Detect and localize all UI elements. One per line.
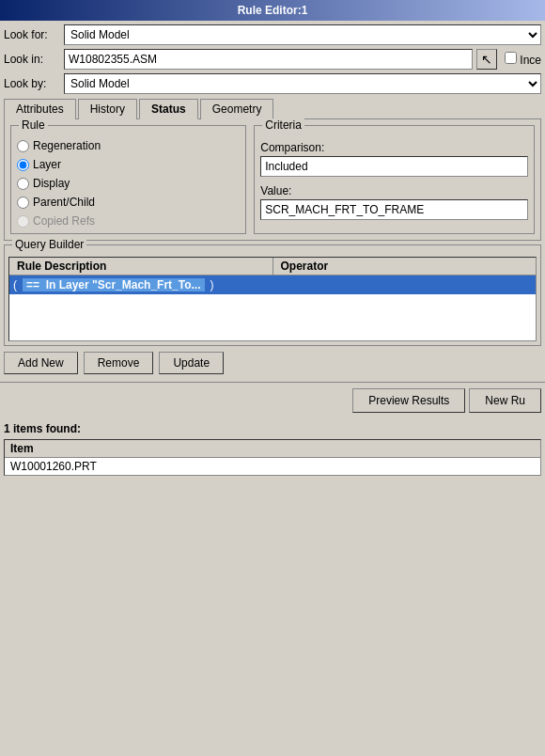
- comparison-text: Included: [265, 160, 307, 173]
- radio-group: Regeneration Layer Display Parent/Child …: [17, 139, 240, 228]
- row-suffix: ): [210, 278, 214, 291]
- row-highlight: == In Layer "Scr_Mach_Frt_To...: [23, 278, 205, 291]
- comparison-value: Included: [260, 156, 528, 177]
- radio-label: Regeneration: [33, 139, 101, 152]
- rule-group-box: Rule Regeneration Layer Display Parent/C…: [10, 125, 246, 234]
- table-header: Rule Description Operator: [9, 258, 536, 276]
- include-checkbox[interactable]: [505, 52, 517, 64]
- add-new-button[interactable]: Add New: [4, 352, 78, 374]
- look-in-row: Look in: W10802355.ASM ↖ Ince: [4, 49, 541, 70]
- results-section: 1 items found: Item W10001260.PRT: [0, 418, 545, 480]
- look-by-select-wrapper: Solid Model Layer Display: [64, 73, 541, 94]
- results-table: Item W10001260.PRT: [4, 439, 541, 476]
- tab-history[interactable]: History: [78, 99, 137, 119]
- criteria-content: Comparison: Included Value: SCR_MACH_FRT…: [260, 141, 528, 220]
- row-prefix: (: [13, 278, 17, 291]
- query-builder: Query Builder Rule Description Operator …: [4, 244, 541, 346]
- new-rule-button[interactable]: New Ru: [469, 388, 541, 413]
- include-text: Ince: [520, 54, 541, 67]
- radio-copied-refs[interactable]: Copied Refs: [17, 214, 240, 228]
- look-for-row: Look for: Solid Model Assembly Drawing: [4, 24, 541, 45]
- criteria-value-box: SCR_MACH_FRT_TO_FRAME: [260, 199, 528, 220]
- table-row[interactable]: ( == In Layer "Scr_Mach_Frt_To... ): [9, 276, 536, 294]
- comparison-label: Comparison:: [260, 141, 528, 154]
- results-count: 1 items found:: [4, 422, 541, 435]
- panel-content: Rule Regeneration Layer Display Parent/C…: [4, 119, 541, 241]
- radio-parent-child[interactable]: Parent/Child: [17, 196, 240, 209]
- tab-attributes[interactable]: Attributes: [4, 99, 76, 119]
- look-for-label: Look for:: [4, 28, 60, 41]
- preview-results-button[interactable]: Preview Results: [352, 388, 465, 413]
- look-by-select[interactable]: Solid Model Layer Display: [64, 73, 541, 94]
- query-table: Rule Description Operator ( == In Layer …: [8, 257, 537, 341]
- bottom-toolbar: Preview Results New Ru: [0, 382, 545, 418]
- radio-label: Parent/Child: [33, 196, 95, 209]
- query-builder-title: Query Builder: [12, 238, 86, 251]
- tab-geometry[interactable]: Geometry: [200, 99, 274, 119]
- column-rule-description: Rule Description: [9, 258, 273, 275]
- look-in-value: W10802355.ASM: [64, 49, 473, 70]
- cursor-button[interactable]: ↖: [476, 49, 497, 70]
- criteria-group-title: Criteria: [262, 118, 304, 132]
- look-for-select-wrapper: Solid Model Assembly Drawing: [64, 24, 541, 45]
- look-by-row: Look by: Solid Model Layer Display: [4, 73, 541, 94]
- include-label[interactable]: Ince: [505, 52, 541, 67]
- title-bar: Rule Editor:1: [0, 0, 545, 21]
- criteria-group-box: Criteria Comparison: Included Value: SCR…: [254, 125, 535, 234]
- radio-label: Copied Refs: [33, 214, 95, 228]
- update-button[interactable]: Update: [159, 352, 224, 374]
- look-in-text: W10802355.ASM: [69, 53, 157, 66]
- rule-group-title: Rule: [19, 118, 48, 132]
- results-column-header: Item: [5, 440, 540, 458]
- look-in-wrapper: W10802355.ASM ↖ Ince: [64, 49, 541, 70]
- criteria-value-text: SCR_MACH_FRT_TO_FRAME: [265, 203, 424, 216]
- radio-regeneration[interactable]: Regeneration: [17, 139, 240, 152]
- tab-status[interactable]: Status: [139, 99, 198, 119]
- look-by-label: Look by:: [4, 77, 60, 90]
- radio-layer[interactable]: Layer: [17, 158, 240, 171]
- radio-display[interactable]: Display: [17, 177, 240, 190]
- look-for-select[interactable]: Solid Model Assembly Drawing: [64, 24, 541, 45]
- value-label: Value:: [260, 184, 528, 197]
- column-operator: Operator: [273, 258, 537, 275]
- radio-label: Display: [33, 177, 70, 190]
- tabs-container: Attributes History Status Geometry: [4, 98, 541, 119]
- radio-label: Layer: [33, 158, 61, 171]
- look-in-label: Look in:: [4, 53, 60, 66]
- title-label: Rule Editor:1: [238, 4, 308, 17]
- remove-button[interactable]: Remove: [84, 352, 154, 374]
- action-buttons: Add New Remove Update: [4, 352, 541, 374]
- results-row[interactable]: W10001260.PRT: [5, 458, 540, 475]
